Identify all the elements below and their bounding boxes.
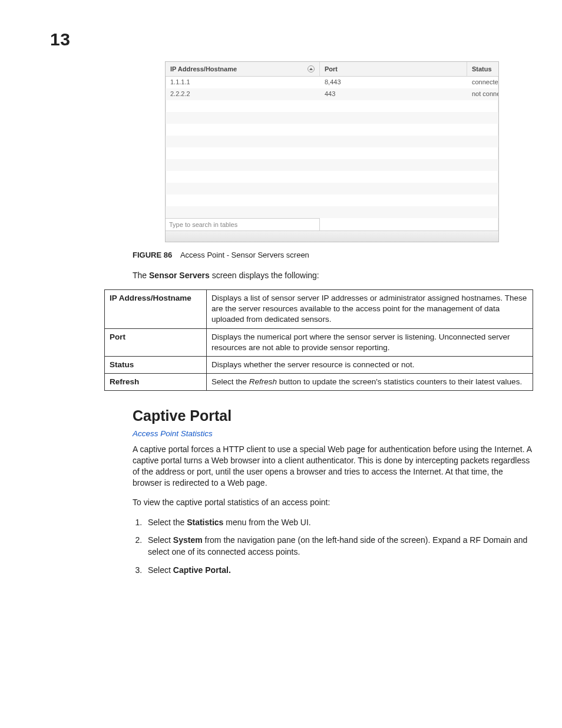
def-row: StatusDisplays whether the server resour… [105, 356, 533, 373]
step-2-post: from the navigation pane (on the left-ha… [148, 535, 527, 556]
col-header-port-label: Port [325, 65, 338, 73]
section-heading: Captive Portal [133, 407, 533, 424]
steps-lead: To view the captive portal statistics of… [133, 497, 533, 508]
step-3: Select Captive Portal. [144, 564, 533, 576]
field-description-table: IP Address/HostnameDisplays a list of se… [104, 289, 533, 391]
sort-ascending-icon[interactable] [308, 65, 315, 73]
def-desc: Displays whether the server resource is … [207, 356, 533, 373]
table-row[interactable]: 1.1.1.18,443connected [166, 77, 498, 88]
screenshot-header-row: IP Address/Hostname Port Status [166, 62, 498, 77]
breadcrumb-link[interactable]: Access Point Statistics [133, 429, 213, 438]
step-2-bold: System [173, 535, 203, 545]
screenshot-body: 1.1.1.18,443connected2.2.2.2443not conne… [166, 77, 498, 218]
figure-caption-text: Access Point - Sensor Servers screen [180, 251, 309, 259]
table-row[interactable]: 2.2.2.2443not connected [166, 88, 498, 100]
section-body: A captive portal forces a HTTP client to… [133, 444, 533, 489]
sensor-servers-screenshot: IP Address/Hostname Port Status 1.1.1.18… [165, 61, 499, 242]
col-header-status[interactable]: Status [467, 62, 498, 76]
table-row-empty [166, 147, 498, 159]
table-row-empty [166, 159, 498, 171]
table-row-empty [166, 195, 498, 206]
cell-ip: 1.1.1.1 [166, 77, 320, 88]
def-row: IP Address/HostnameDisplays a list of se… [105, 289, 533, 328]
cell-ip: 2.2.2.2 [166, 88, 320, 100]
col-header-ip[interactable]: IP Address/Hostname [166, 62, 320, 76]
table-row-empty [166, 112, 498, 124]
table-row-empty [166, 171, 498, 183]
col-header-port[interactable]: Port [320, 62, 467, 76]
step-1-pre: Select the [148, 518, 187, 527]
cell-status: connected [467, 77, 498, 88]
col-header-status-label: Status [472, 65, 492, 73]
cell-status: not connected [467, 88, 498, 100]
table-row-empty [166, 136, 498, 147]
step-2: Select System from the navigation pane (… [144, 534, 533, 558]
step-1-post: menu from the Web UI. [223, 518, 310, 527]
table-search-input[interactable]: Type to search in tables [166, 218, 320, 230]
table-row-empty [166, 100, 498, 112]
chapter-number: 13 [50, 29, 527, 50]
table-row-empty [166, 183, 498, 195]
intro-post: screen displays the following: [210, 271, 319, 280]
table-row-empty [166, 206, 498, 218]
table-row-empty [166, 124, 498, 136]
step-2-pre: Select [148, 535, 173, 545]
def-desc: Displays a list of sensor server IP addr… [207, 289, 533, 328]
def-term: Status [105, 356, 207, 373]
def-row: PortDisplays the numerical port where th… [105, 328, 533, 356]
intro-bold: Sensor Servers [149, 271, 210, 280]
def-row: RefreshSelect the Refresh button to upda… [105, 374, 533, 391]
step-3-pre: Select [148, 565, 173, 575]
col-header-ip-label: IP Address/Hostname [170, 65, 237, 73]
step-3-bold: Captive Portal. [173, 565, 231, 575]
def-term: Refresh [105, 374, 207, 391]
def-desc: Displays the numerical port where the se… [207, 328, 533, 356]
def-desc: Select the Refresh button to update the … [207, 374, 533, 391]
horizontal-scrollbar[interactable] [166, 230, 498, 242]
cell-port: 443 [320, 88, 467, 100]
cell-port: 8,443 [320, 77, 467, 88]
def-term: Port [105, 328, 207, 356]
screenshot-footer: Type to search in tables [166, 218, 498, 230]
steps-list: Select the Statistics menu from the Web … [133, 516, 533, 576]
step-1-bold: Statistics [187, 518, 223, 527]
intro-paragraph: The Sensor Servers screen displays the f… [133, 270, 533, 281]
figure-label: FIGURE 86 [133, 251, 172, 259]
step-1: Select the Statistics menu from the Web … [144, 516, 533, 528]
intro-pre: The [133, 271, 149, 280]
def-term: IP Address/Hostname [105, 289, 207, 328]
figure-caption: FIGURE 86 Access Point - Sensor Servers … [133, 251, 533, 259]
